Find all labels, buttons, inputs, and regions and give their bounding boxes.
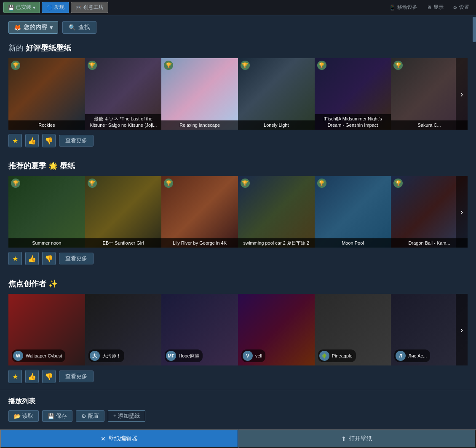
playlist-section: 播放列表 📂 读取 💾 保存 ⚙ 配置 + 添加壁纸 xyxy=(0,390,476,424)
creator-item-hope[interactable]: MF Hope麻墨 xyxy=(161,294,238,365)
creators-row: W Wallpaper Cybust 大 大污师！ MF Hope麻墨 xyxy=(8,294,468,365)
read-label: 读取 xyxy=(22,412,33,420)
save-icon: 💾 xyxy=(48,413,54,419)
settings-label: 设置 xyxy=(459,4,469,11)
creators-viewmore-button[interactable]: 查看更多 xyxy=(59,371,94,382)
workshop-button[interactable]: 🎮 创意工坊 xyxy=(71,2,108,13)
display-button[interactable]: 🖥 显示 xyxy=(423,3,447,12)
open-icon: ⬆ xyxy=(341,435,346,442)
discover-icon: 🔵 xyxy=(46,5,53,11)
scrollbar-thumb[interactable] xyxy=(473,17,476,42)
workshop-icon: 🎮 xyxy=(75,5,82,11)
mobile-button[interactable]: 📱 移动设备 xyxy=(386,3,421,12)
summer-wall-item-lily[interactable]: 🏆 Lily River by George in 4K xyxy=(161,176,238,248)
wall-label-lily: Lily River by George in 4K xyxy=(161,238,238,248)
rated-star-button[interactable]: ★ xyxy=(8,134,22,147)
creator-item-dawu[interactable]: 大 大污师！ xyxy=(85,294,162,365)
rated-wall-item-relaxing[interactable]: 🏆 Relaxing landscape xyxy=(161,58,238,130)
playlist-read-button[interactable]: 📂 读取 xyxy=(8,410,39,422)
summer-action-bar: ★ 👍 👎 查看更多 xyxy=(8,252,468,265)
creator-item-cybust[interactable]: W Wallpaper Cybust xyxy=(8,294,85,365)
creator-avatar-lis: Л xyxy=(396,351,406,361)
installed-icon: 💾 xyxy=(8,5,14,11)
summer-next-arrow[interactable]: › xyxy=(456,176,468,248)
settings-button[interactable]: ⚙ 设置 xyxy=(449,3,473,12)
trophy-badge-midsummer: 🏆 xyxy=(317,61,326,70)
read-icon: 📂 xyxy=(14,413,21,419)
wall-label-relaxing: Relaxing landscape xyxy=(161,120,238,130)
discover-button[interactable]: 🔵 发现 xyxy=(42,2,69,13)
top-navigation: 💾 已安装 ▾ 🔵 发现 🎮 创意工坊 📱 移动设备 🖥 显示 ⚙ 设置 xyxy=(0,0,476,15)
creator-avatar-pineaqple: 🌵 xyxy=(319,351,329,361)
editor-icon: ✕ xyxy=(101,435,106,442)
summer-wall-item-moon-pool[interactable]: 🏆 Moon Pool xyxy=(315,176,391,248)
summer-wall-item-summer-noon[interactable]: 🏆 Summer noon xyxy=(8,176,85,248)
creator-item-pineaqple[interactable]: 🌵 Pineaqple xyxy=(315,294,391,365)
installed-button[interactable]: 💾 已安装 ▾ xyxy=(3,2,40,13)
rated-viewmore-button[interactable]: 查看更多 xyxy=(59,135,94,147)
rated-next-arrow[interactable]: › xyxy=(456,58,468,130)
summer-thumbdown-button[interactable]: 👎 xyxy=(42,252,56,265)
summer-star-button[interactable]: ★ xyxy=(8,252,22,265)
creators-thumbup-button[interactable]: 👍 xyxy=(25,370,39,383)
creators-section: 焦点创作者 ✨ W Wallpaper Cybust 大 大污师！ MF Hop… xyxy=(0,279,476,390)
trophy-badge-relaxing: 🏆 xyxy=(164,61,173,70)
editor-label: 壁纸编辑器 xyxy=(108,435,138,443)
creator-avatar-vell: V xyxy=(243,351,253,361)
rated-wall-item-midsummer[interactable]: 🏆 [Fischl]A Midsummer Night's Dream - Ge… xyxy=(315,58,391,130)
rated-thumbdown-button[interactable]: 👎 xyxy=(42,134,56,147)
display-icon: 🖥 xyxy=(427,5,432,11)
summer-wall-item-sunflower[interactable]: 🏆 EB十 Sunflower Girl xyxy=(85,176,162,248)
trophy-badge-pool-car: 🏆 xyxy=(241,179,250,188)
creator-info-cybust: W Wallpaper Cybust xyxy=(12,349,65,362)
summer-section: 推荐的夏季 🌟 壁纸 🏆 Summer noon 🏆 EB十 Sunflower… xyxy=(0,161,476,272)
creator-item-vell[interactable]: V vell xyxy=(238,294,315,365)
wall-label-summer-noon: Summer noon xyxy=(8,238,85,248)
discover-label: 发现 xyxy=(54,4,64,11)
creator-name-dawu: 大污师！ xyxy=(102,353,121,359)
mobile-label: 移动设备 xyxy=(397,4,417,11)
your-content-label: 您的内容 xyxy=(24,24,47,31)
wallpaper-editor-button[interactable]: ✕ 壁纸编辑器 xyxy=(0,429,238,448)
trophy-badge-sunflower: 🏆 xyxy=(88,179,97,188)
your-content-button[interactable]: 🦊 您的内容 ▾ xyxy=(8,21,58,34)
creators-next-arrow[interactable]: › xyxy=(456,294,468,365)
creators-star-button[interactable]: ★ xyxy=(8,370,22,383)
rated-thumbup-button[interactable]: 👍 xyxy=(25,134,39,147)
wall-label-sunflower: EB十 Sunflower Girl xyxy=(85,238,162,248)
trophy-badge-moon-pool: 🏆 xyxy=(317,179,326,188)
bottom-toolbar: ✕ 壁纸编辑器 ⬆ 打开壁纸 xyxy=(0,429,476,448)
rated-wall-item-kitsune[interactable]: 🏆 最後 キツネ *The Last of the Kitsune* Saigo… xyxy=(85,58,162,130)
section-title-creators: 焦点创作者 ✨ xyxy=(8,279,468,289)
summer-thumbup-button[interactable]: 👍 xyxy=(25,252,39,265)
wall-label-rockies: Rockies xyxy=(8,120,85,130)
wall-label-moon-pool: Moon Pool xyxy=(315,238,391,248)
section-title-rated: 新的 好评壁纸壁纸 xyxy=(8,43,468,53)
rated-wall-item-rockies[interactable]: 🏆 Rockies xyxy=(8,58,85,130)
wall-label-lonely: Lonely Light xyxy=(238,120,315,130)
open-wallpaper-button[interactable]: ⬆ 打开壁纸 xyxy=(238,429,476,448)
trophy-badge-summer-noon: 🏆 xyxy=(11,179,20,188)
summer-viewmore-button[interactable]: 查看更多 xyxy=(59,253,94,264)
save-label: 保存 xyxy=(56,412,67,420)
scrollbar[interactable] xyxy=(473,15,476,429)
playlist-add-button[interactable]: + 添加壁纸 xyxy=(108,410,145,422)
playlist-config-button[interactable]: ⚙ 配置 xyxy=(76,410,104,422)
playlist-save-button[interactable]: 💾 保存 xyxy=(42,410,72,422)
installed-label: 已安装 xyxy=(16,4,31,11)
rated-action-bar: ★ 👍 👎 查看更多 xyxy=(8,134,468,147)
summer-wallpaper-row: 🏆 Summer noon 🏆 EB十 Sunflower Girl 🏆 Lil… xyxy=(8,176,468,248)
search-button[interactable]: 🔍 查找 xyxy=(62,21,96,34)
creator-name-pineaqple: Pineaqple xyxy=(332,353,353,358)
summer-wall-item-pool-car[interactable]: 🏆 swimming pool car 2 夏日车泳 2 xyxy=(238,176,315,248)
rated-wallpaper-row: 🏆 Rockies 🏆 最後 キツネ *The Last of the Kits… xyxy=(8,58,468,130)
creator-info-dawu: 大 大污师！ xyxy=(88,349,124,362)
creators-action-bar: ★ 👍 👎 查看更多 xyxy=(8,370,468,383)
creators-thumbdown-button[interactable]: 👎 xyxy=(42,370,56,383)
installed-dropdown-icon: ▾ xyxy=(33,5,35,11)
search-label: 查找 xyxy=(78,24,90,31)
display-label: 显示 xyxy=(433,4,444,11)
add-label: + 添加壁纸 xyxy=(113,412,140,420)
nav-right: 📱 移动设备 🖥 显示 ⚙ 设置 xyxy=(386,3,473,12)
rated-wall-item-lonely[interactable]: 🏆 Lonely Light xyxy=(238,58,315,130)
